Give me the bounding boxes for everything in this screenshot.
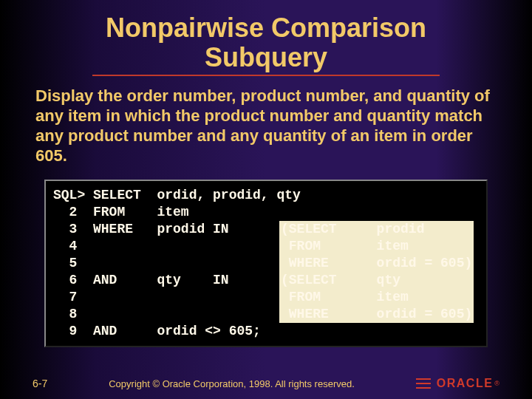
oracle-logo-registered-icon: ® [494,380,499,387]
footer: 6-7 Copyright © Oracle Corporation, 1998… [0,377,532,390]
slide-title: Nonpairwise Comparison Subquery [0,0,532,75]
oracle-logo-lines-icon [416,378,431,389]
oracle-logo-text: ORACLE [437,377,494,390]
slide-description: Display the order number, product number… [0,86,532,179]
sql-subquery-2: (SELECT qty FROM item WHERE ordid = 605) [279,272,474,323]
sql-subquery-1: (SELECT prodid FROM item WHERE ordid = 6… [279,221,474,272]
oracle-logo: ORACLE ® [416,377,499,390]
copyright-text: Copyright © Oracle Corporation, 1998. Al… [47,378,416,389]
title-underline [92,75,440,76]
page-number: 6-7 [33,378,47,389]
title-line-2: Subquery [205,42,327,72]
sql-code-box: SQL> SELECT ordid, prodid, qty 2 FROM it… [44,180,488,347]
slide: Nonpairwise Comparison Subquery Display … [0,0,532,399]
title-line-1: Nonpairwise Comparison [106,13,426,43]
